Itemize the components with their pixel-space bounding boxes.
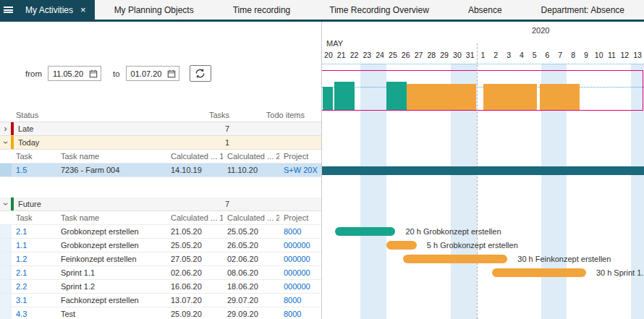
project-link[interactable]: 000000	[279, 268, 321, 277]
day-header: 28	[425, 51, 438, 59]
group-row-today[interactable]: ›Today1	[0, 136, 321, 150]
gantt-bar-label: 20 h Grobkonzept erstellen	[405, 227, 501, 236]
task-row[interactable]: 2.1Sprint 1.102.06.2008.06.20000000	[0, 266, 321, 280]
gantt-bar[interactable]	[403, 255, 507, 263]
capacity-bar	[334, 82, 355, 110]
calendar-icon[interactable]	[89, 69, 98, 78]
refresh-icon	[195, 68, 206, 79]
gantt-bar[interactable]	[492, 268, 586, 277]
gantt-bar[interactable]	[335, 227, 396, 236]
column-header[interactable]: Task name	[56, 152, 166, 161]
task-list-panel: from 11.05.20 to 01.07.20	[0, 22, 322, 319]
group-row-future[interactable]: ›Future7	[0, 197, 321, 211]
tab-label: My Activities	[25, 5, 73, 15]
column-header-label: Project	[284, 152, 308, 161]
expand-chevron-icon[interactable]: ›	[0, 124, 11, 134]
group-label: Future	[18, 200, 41, 208]
column-header-row: TaskTask nameCalculated ... 1▲Calculated…	[0, 211, 321, 225]
month-separator-line	[477, 43, 478, 319]
project-link[interactable]: 8000	[279, 227, 321, 236]
tab-my-planning-objects[interactable]: My Planning Objects	[95, 0, 213, 20]
task-number[interactable]: 4.3	[12, 310, 56, 318]
date-filter-bar: from 11.05.20 to 01.07.20	[0, 65, 211, 82]
close-icon[interactable]: ×	[80, 5, 86, 14]
project-link[interactable]: 000000	[279, 282, 321, 291]
day-header: 22	[348, 51, 361, 59]
day-header: 10	[593, 51, 606, 59]
column-header[interactable]: Project	[279, 213, 321, 222]
gantt-bar-label: 30 h Sprint 1.1	[596, 268, 644, 277]
task-row[interactable]: 2.2Sprint 1.216.06.2018.06.20000000	[0, 280, 321, 294]
expand-chevron-icon[interactable]: ›	[1, 137, 11, 148]
table-header-row: Status Tasks Todo items	[0, 109, 321, 122]
task-row[interactable]: 1.1Grobkonzept erstellen25.05.2026.05.20…	[0, 239, 321, 252]
status-column-header[interactable]: Status	[16, 111, 38, 119]
expand-chevron-icon[interactable]: ›	[1, 199, 11, 210]
main-area: from 11.05.20 to 01.07.20	[0, 22, 644, 319]
task-number[interactable]: 1.5	[12, 166, 56, 174]
group-label: Late	[18, 124, 33, 133]
calculated-date-1: 25.05.20	[166, 241, 223, 250]
task-number[interactable]: 1.1	[12, 241, 56, 250]
gantt-bar[interactable]	[322, 166, 644, 175]
task-name: Grobkonzept erstellen	[56, 227, 166, 236]
row-gutter	[0, 280, 12, 293]
project-link[interactable]: 8000	[279, 310, 321, 318]
task-row[interactable]: 1.2Feinkonzept erstellen27.05.2002.06.20…	[0, 252, 321, 266]
calculated-date-2: 02.06.20	[223, 255, 279, 263]
tab-absence[interactable]: Absence	[449, 0, 522, 20]
column-header[interactable]: Task name	[56, 213, 166, 222]
project-link[interactable]: 8000	[279, 296, 321, 305]
calculated-date-1: 02.06.20	[166, 268, 223, 277]
tab-time-recording[interactable]: Time recording	[213, 0, 310, 20]
refresh-button[interactable]	[190, 65, 211, 82]
column-header-label: Calculated ... 1	[171, 213, 223, 222]
calendar-icon[interactable]	[167, 69, 176, 78]
timeline-month-label: MAY	[326, 39, 343, 48]
group-status-bar	[11, 197, 14, 210]
row-gutter	[0, 150, 12, 163]
group-row-late[interactable]: ›Late7	[0, 122, 321, 136]
task-number[interactable]: 3.1	[12, 296, 56, 305]
tab-time-recording-overview[interactable]: Time Recording Overview	[310, 0, 449, 20]
to-date-input[interactable]: 01.07.20	[126, 66, 179, 81]
from-date-value: 11.05.20	[53, 69, 83, 78]
task-row[interactable]: 3.1Fachkonzept erstellen13.07.2029.07.20…	[0, 294, 321, 307]
table-spacer	[0, 177, 321, 197]
column-header[interactable]: Calculated ... 2▲	[223, 213, 279, 222]
menu-button[interactable]	[0, 0, 17, 20]
day-header: 1	[477, 51, 490, 59]
group-status-bar	[11, 122, 14, 135]
column-header-label: Calculated ... 2	[227, 213, 279, 222]
task-number[interactable]: 1.2	[12, 255, 56, 263]
tab-department-absence[interactable]: Department: Absence	[522, 0, 644, 20]
task-number[interactable]: 2.1	[12, 268, 56, 277]
gantt-bar-label: 30 h Feinkonzept erstellen	[517, 255, 611, 263]
tasks-column-header[interactable]: Tasks	[209, 111, 229, 119]
column-header[interactable]: Task	[12, 152, 56, 161]
task-row[interactable]: 1.57236 - Farm 00414.10.1911.10.20S+W 20…	[0, 163, 321, 177]
gantt-bar[interactable]	[386, 241, 417, 250]
column-header[interactable]: Task	[12, 213, 56, 222]
gantt-chart: 2020 MAY 2021222324252627282930311234567…	[322, 22, 644, 319]
row-gutter	[0, 163, 12, 176]
project-link[interactable]: 000000	[279, 241, 321, 250]
task-number[interactable]: 2.1	[12, 227, 56, 236]
column-header[interactable]: Calculated ... 1▲	[166, 213, 223, 222]
calculated-date-1: 27.05.20	[166, 255, 223, 263]
task-row[interactable]: 2.1Grobkonzept erstellen21.05.2025.05.20…	[0, 225, 321, 239]
column-header[interactable]: Project	[279, 152, 321, 161]
group-status-bar	[11, 136, 14, 149]
row-gutter	[0, 294, 12, 307]
task-number[interactable]: 2.2	[12, 282, 56, 291]
column-header[interactable]: Calculated ... 1▲	[166, 152, 223, 161]
day-header: 9	[580, 51, 593, 59]
task-row[interactable]: 4.3Test25.09.2029.09.208000	[0, 307, 321, 319]
todo-items-column-header[interactable]: Todo items	[266, 111, 305, 119]
project-link[interactable]: S+W 20X	[279, 166, 321, 174]
tab-my-activities[interactable]: My Activities ×	[17, 0, 95, 20]
project-link[interactable]: 000000	[279, 255, 321, 263]
hamburger-icon	[4, 6, 13, 14]
from-date-input[interactable]: 11.05.20	[48, 66, 101, 81]
column-header[interactable]: Calculated ... 2▲	[223, 152, 279, 161]
